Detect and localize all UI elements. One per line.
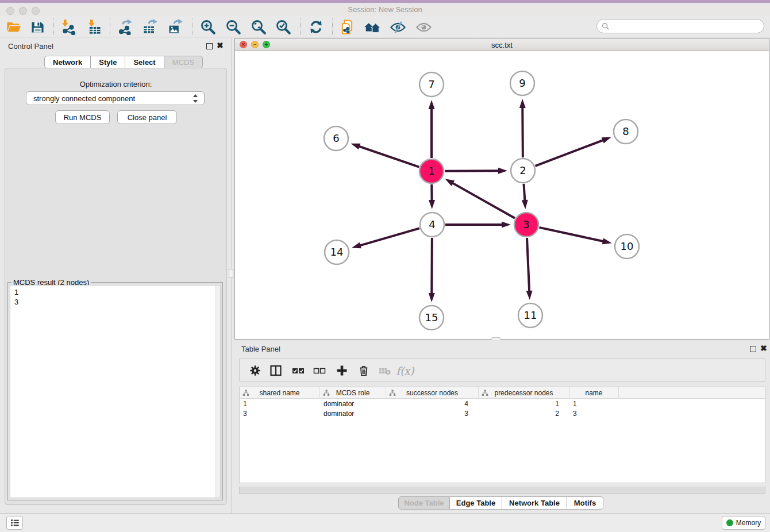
memory-button[interactable]: Memory xyxy=(722,516,765,530)
search-input[interactable] xyxy=(610,22,764,30)
copy-network-icon[interactable] xyxy=(337,17,357,37)
network-window: × – + scc.txt 1234678910111415 xyxy=(234,38,769,340)
select-all-icon[interactable] xyxy=(289,361,307,380)
cell-shared-name[interactable]: 1 xyxy=(240,399,320,409)
deselect-all-icon[interactable] xyxy=(310,361,329,380)
export-image-icon[interactable] xyxy=(165,17,186,37)
tab-edge-table[interactable]: Edge Table xyxy=(450,496,502,510)
close-panel-icon[interactable]: ✖ xyxy=(217,41,224,50)
graph-edge-1-2[interactable] xyxy=(445,171,499,171)
import-table-icon[interactable] xyxy=(84,17,105,37)
eye-slash-icon[interactable] xyxy=(387,17,408,37)
tab-style[interactable]: Style xyxy=(91,56,125,68)
float-panel-icon[interactable] xyxy=(750,346,756,352)
network-canvas[interactable]: 1234678910111415 xyxy=(235,51,769,339)
column-header-predecessor-nodes[interactable]: predecessor nodes xyxy=(479,387,569,399)
column-header-name[interactable]: name xyxy=(569,387,619,399)
tab-select[interactable]: Select xyxy=(125,56,164,68)
function-icon: f(x) xyxy=(396,361,414,380)
column-header-successor-nodes[interactable]: successor nodes xyxy=(386,387,479,399)
control-panel-title: Control Panel xyxy=(8,42,53,51)
vertical-splitter-handle[interactable] xyxy=(229,269,233,278)
cell-successor-nodes[interactable]: 4 xyxy=(386,399,479,409)
control-panel-tabs: Network Style Select MCDS xyxy=(44,56,203,68)
table-panel: Table Panel ✖ xyxy=(234,340,770,513)
graph-edge-arrowhead xyxy=(602,137,611,144)
graph-edge-4-15[interactable] xyxy=(432,238,432,294)
graph-edge-arrowhead xyxy=(502,222,511,228)
houses-icon[interactable] xyxy=(362,17,383,37)
graph-edge-1-6[interactable] xyxy=(359,146,419,167)
tab-network[interactable]: Network xyxy=(44,56,91,68)
float-panel-icon[interactable] xyxy=(206,43,213,49)
search-box[interactable] xyxy=(596,19,764,33)
tree-icon xyxy=(482,390,488,396)
task-history-button[interactable] xyxy=(6,516,23,530)
tab-motifs[interactable]: Motifs xyxy=(567,496,603,510)
import-network-icon[interactable] xyxy=(57,17,78,37)
table-panel-title: Table Panel xyxy=(241,345,280,353)
run-mcds-button[interactable]: Run MCDS xyxy=(55,110,110,124)
graph-edge-3-10[interactable] xyxy=(539,228,603,241)
refresh-icon[interactable] xyxy=(306,17,326,37)
graph-edge-2-9[interactable] xyxy=(522,107,523,157)
zoom-out-icon[interactable] xyxy=(223,17,244,37)
graph-edge-3-1[interactable] xyxy=(452,183,515,218)
graph-edge-3-11[interactable] xyxy=(527,238,529,292)
tab-mcds[interactable]: MCDS xyxy=(164,56,203,68)
graph-edge-arrowhead xyxy=(498,168,507,174)
control-panel: Control Panel ✖ Network Style Select MCD… xyxy=(0,38,232,513)
graph-node-label: 8 xyxy=(622,125,629,137)
tab-network-table[interactable]: Network Table xyxy=(502,496,567,510)
column-header-shared-name[interactable]: shared name xyxy=(240,387,320,399)
graph-node-label: 1 xyxy=(428,165,434,177)
criterion-select[interactable]: strongly connected component xyxy=(26,91,205,105)
tree-icon xyxy=(389,390,396,396)
cell-mcds-role[interactable]: dominator xyxy=(320,409,386,419)
tab-node-table[interactable]: Node Table xyxy=(398,496,450,510)
graph-node-label: 7 xyxy=(428,78,434,90)
table-tabs: Node Table Edge Table Network Table Moti… xyxy=(398,496,603,510)
cell-mcds-role[interactable]: dominator xyxy=(320,399,386,409)
gear-icon[interactable] xyxy=(246,361,264,380)
zoom-selected-icon[interactable] xyxy=(273,17,294,37)
cell-name[interactable]: 1 xyxy=(569,399,619,409)
export-table-icon[interactable] xyxy=(140,17,160,37)
cell-successor-nodes[interactable]: 3 xyxy=(386,409,479,419)
search-icon xyxy=(602,22,610,30)
columns-icon[interactable] xyxy=(267,361,285,380)
table-toolbar: f(x) xyxy=(239,358,765,382)
plus-icon[interactable] xyxy=(333,361,351,380)
column-header-mcds-role[interactable]: MCDS role xyxy=(320,387,386,399)
eye-icon[interactable] xyxy=(413,17,434,37)
zoom-fit-icon[interactable] xyxy=(248,17,269,37)
list-icon xyxy=(10,518,20,528)
graph-edge-4-14[interactable] xyxy=(359,228,419,245)
graph-edge-2-8[interactable] xyxy=(536,140,604,166)
cell-shared-name[interactable]: 3 xyxy=(240,409,320,419)
graph-edge-arrowhead xyxy=(445,179,455,186)
cell-name[interactable]: 3 xyxy=(569,409,619,419)
close-panel-button[interactable]: Close panel xyxy=(117,110,177,124)
zoom-in-icon[interactable] xyxy=(198,17,218,37)
graph-edge-2-3[interactable] xyxy=(523,184,525,201)
open-folder-icon[interactable] xyxy=(3,17,24,37)
save-icon[interactable] xyxy=(27,17,48,37)
cell-predecessor-nodes[interactable]: 1 xyxy=(479,399,569,409)
mcds-result-textarea[interactable]: 1 3 xyxy=(10,285,221,498)
result-scrollbar[interactable] xyxy=(215,286,220,498)
graph-edge-arrowhead xyxy=(429,293,435,302)
graph-node-label: 9 xyxy=(519,77,525,89)
table-scrollbar-band[interactable] xyxy=(239,487,765,494)
optimization-criterion-label: Optimization criterion: xyxy=(5,80,226,88)
table-row[interactable]: 3 dominator 3 2 3 xyxy=(240,409,765,419)
network-window-titlebar[interactable]: × – + scc.txt xyxy=(235,38,769,51)
cell-predecessor-nodes[interactable]: 2 xyxy=(479,409,569,419)
trash-icon[interactable] xyxy=(355,361,373,380)
export-network-icon[interactable] xyxy=(115,17,136,37)
criterion-value: strongly connected component xyxy=(33,94,135,103)
close-panel-icon[interactable]: ✖ xyxy=(760,344,767,353)
table-row[interactable]: 1 dominator 4 1 1 xyxy=(240,399,765,409)
result-line: 1 xyxy=(14,287,220,297)
graph-edge-arrowhead xyxy=(429,100,435,109)
